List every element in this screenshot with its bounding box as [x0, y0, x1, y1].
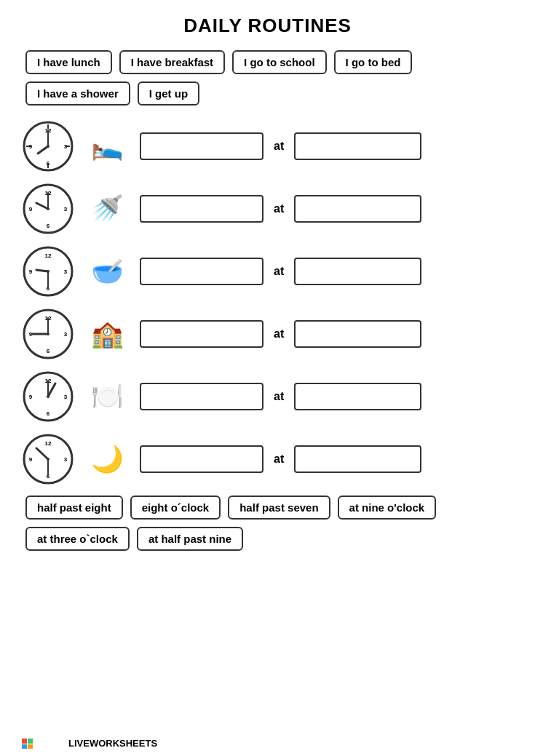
word-card-get-up[interactable]: I get up: [138, 81, 199, 106]
exercise-row-3: 12 3 6 9 🥣 at: [22, 245, 513, 298]
svg-rect-54: [22, 744, 27, 749]
word-card-have-breakfast[interactable]: I have breakfast: [119, 50, 225, 74]
word-card-half-past-seven[interactable]: half past seven: [228, 496, 330, 520]
exercise-row-5: 12 3 6 9 🍽️ at: [22, 370, 513, 423]
svg-text:6: 6: [47, 223, 50, 229]
activity-img-1: 🛌: [82, 121, 132, 172]
svg-text:9: 9: [29, 394, 33, 400]
answer-input-4-time[interactable]: [294, 320, 421, 348]
word-card-half-past-eight[interactable]: half past eight: [25, 496, 123, 520]
svg-text:9: 9: [29, 268, 33, 275]
at-label-1: at: [274, 140, 284, 153]
activity-img-2: 🚿: [82, 183, 132, 234]
activity-img-6: 🌙: [82, 434, 132, 485]
answer-input-2-activity[interactable]: [140, 195, 263, 223]
answer-input-1-time[interactable]: [294, 132, 421, 160]
answer-input-1-activity[interactable]: [140, 132, 263, 160]
answer-input-2-time[interactable]: [294, 195, 421, 223]
word-card-eight-oclock[interactable]: eight o´clock: [130, 496, 221, 520]
answer-input-5-activity[interactable]: [140, 383, 263, 410]
svg-text:12: 12: [45, 440, 52, 447]
svg-text:6: 6: [47, 410, 50, 417]
svg-text:12: 12: [45, 252, 52, 259]
word-card-have-shower[interactable]: I have a shower: [25, 81, 130, 106]
svg-text:3: 3: [64, 456, 68, 463]
word-card-go-to-bed[interactable]: I go to bed: [334, 50, 413, 74]
answer-input-3-time[interactable]: [294, 258, 421, 285]
answer-input-6-time[interactable]: [294, 445, 421, 473]
svg-rect-55: [28, 744, 33, 749]
clock-1: 12 3 6 9: [22, 120, 74, 172]
svg-text:3: 3: [64, 268, 68, 275]
activity-img-4: 🏫: [82, 309, 132, 359]
svg-text:3: 3: [64, 331, 68, 338]
svg-text:3: 3: [64, 394, 68, 400]
svg-text:9: 9: [29, 143, 33, 150]
at-label-4: at: [274, 327, 284, 341]
word-card-go-to-school[interactable]: I go to school: [232, 50, 327, 74]
exercise-row-4: 12 3 6 9 🏫 at: [22, 308, 513, 360]
footer: LIVEWORKSHEETS: [22, 738, 157, 749]
answer-input-4-activity[interactable]: [140, 320, 263, 348]
at-label-3: at: [274, 265, 284, 278]
clock-6: 12 3 6 9: [22, 433, 74, 485]
at-label-2: at: [274, 202, 284, 215]
footer-brand-label: LIVEWORKSHEETS: [68, 738, 157, 749]
word-bank-top: I have lunch I have breakfast I go to sc…: [22, 50, 513, 106]
svg-rect-53: [28, 739, 33, 744]
svg-text:6: 6: [47, 348, 50, 354]
svg-line-26: [36, 270, 48, 271]
word-card-at-nine-oclock[interactable]: at nine o'clock: [338, 496, 437, 520]
svg-rect-52: [22, 739, 27, 744]
at-label-5: at: [274, 390, 284, 403]
clock-4: 12 3 6 9: [22, 308, 74, 360]
word-card-at-half-past-nine[interactable]: at half past nine: [137, 527, 243, 551]
svg-text:9: 9: [29, 206, 33, 212]
activity-img-5: 🍽️: [82, 371, 132, 422]
answer-input-3-activity[interactable]: [140, 258, 263, 285]
svg-text:3: 3: [64, 143, 68, 150]
liveworksheets-logo: [22, 739, 66, 749]
clock-2: 12 3 6 9: [22, 183, 74, 235]
clock-5: 12 3 6 9: [22, 370, 74, 423]
exercise-row-2: 12 3 6 9 🚿 at: [22, 183, 513, 235]
clock-3: 12 3 6 9: [22, 245, 74, 298]
svg-text:9: 9: [29, 456, 33, 463]
exercise-row-1: 12 3 6 9 🛌 at: [22, 120, 513, 172]
exercise-row-6: 12 3 6 9 🌙 at: [22, 433, 513, 485]
svg-text:6: 6: [47, 160, 50, 167]
answer-input-6-activity[interactable]: [140, 445, 263, 473]
answer-input-5-time[interactable]: [294, 383, 421, 410]
word-card-at-three-oclock[interactable]: at three o`clock: [25, 527, 130, 551]
at-label-6: at: [274, 453, 284, 466]
word-card-have-lunch[interactable]: I have lunch: [25, 50, 112, 74]
word-bank-bottom: half past eight eight o´clock half past …: [22, 496, 513, 551]
page-title: DAILY ROUTINES: [22, 15, 513, 37]
svg-text:3: 3: [64, 206, 68, 212]
activity-img-3: 🥣: [82, 246, 132, 297]
